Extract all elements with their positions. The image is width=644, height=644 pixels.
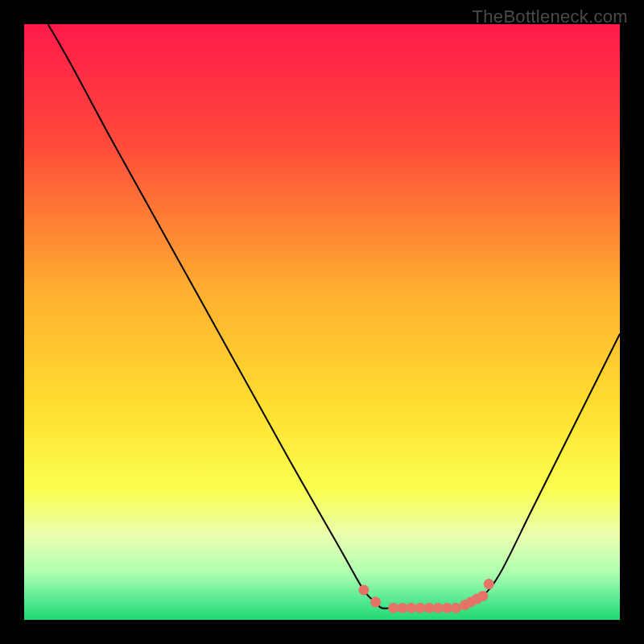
gradient-background bbox=[24, 24, 620, 620]
svg-point-3 bbox=[397, 603, 407, 613]
svg-point-0 bbox=[358, 585, 369, 596]
svg-point-6 bbox=[424, 603, 435, 613]
plot-area bbox=[24, 24, 620, 620]
svg-point-14 bbox=[484, 579, 494, 589]
chart-container: TheBottleneck.com bbox=[0, 0, 644, 644]
svg-point-7 bbox=[433, 603, 444, 613]
chart-svg bbox=[24, 24, 620, 620]
svg-point-13 bbox=[477, 591, 488, 601]
svg-point-5 bbox=[415, 603, 426, 613]
svg-point-8 bbox=[442, 603, 452, 613]
svg-point-4 bbox=[407, 603, 417, 613]
svg-point-9 bbox=[451, 603, 461, 613]
svg-point-2 bbox=[388, 603, 398, 613]
svg-point-1 bbox=[370, 597, 381, 607]
